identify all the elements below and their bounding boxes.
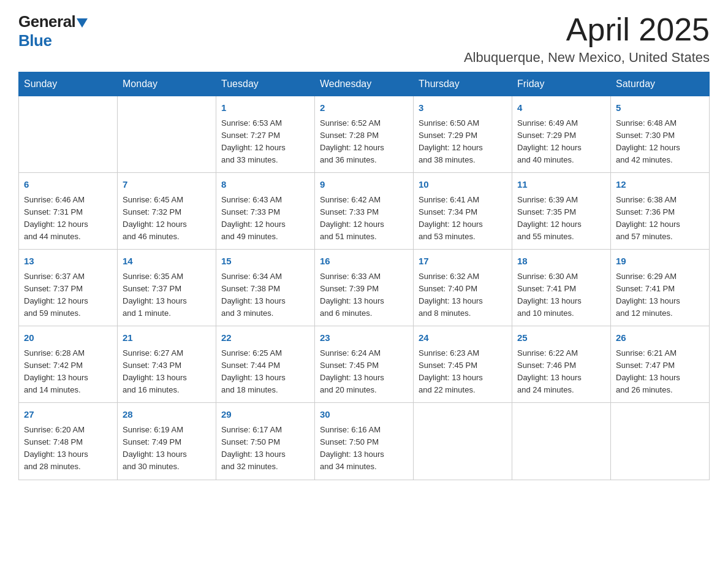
day-number: 9 xyxy=(320,178,408,192)
day-number: 17 xyxy=(419,255,507,269)
day-info: Sunrise: 6:37 AM Sunset: 7:37 PM Dayligh… xyxy=(24,270,112,320)
day-info: Sunrise: 6:52 AM Sunset: 7:28 PM Dayligh… xyxy=(320,117,408,167)
day-info: Sunrise: 6:46 AM Sunset: 7:31 PM Dayligh… xyxy=(24,194,112,243)
column-header-thursday: Thursday xyxy=(414,72,512,96)
column-header-sunday: Sunday xyxy=(19,72,118,96)
calendar-cell: 26Sunrise: 6:21 AM Sunset: 7:47 PM Dayli… xyxy=(611,326,710,403)
week-row-5: 27Sunrise: 6:20 AM Sunset: 7:48 PM Dayli… xyxy=(19,403,710,480)
day-info: Sunrise: 6:34 AM Sunset: 7:38 PM Dayligh… xyxy=(221,270,309,320)
day-number: 13 xyxy=(24,255,112,269)
day-info: Sunrise: 6:42 AM Sunset: 7:33 PM Dayligh… xyxy=(320,194,408,243)
calendar-cell: 5Sunrise: 6:48 AM Sunset: 7:30 PM Daylig… xyxy=(611,96,710,173)
day-number: 7 xyxy=(123,178,211,192)
page-header: General Blue April 2025 Albuquerque, New… xyxy=(18,12,710,66)
day-info: Sunrise: 6:45 AM Sunset: 7:32 PM Dayligh… xyxy=(123,194,211,243)
day-number: 5 xyxy=(616,101,704,115)
calendar-cell: 7Sunrise: 6:45 AM Sunset: 7:32 PM Daylig… xyxy=(118,173,216,250)
calendar-cell: 27Sunrise: 6:20 AM Sunset: 7:48 PM Dayli… xyxy=(19,403,118,480)
day-number: 15 xyxy=(221,255,309,269)
week-row-2: 6Sunrise: 6:46 AM Sunset: 7:31 PM Daylig… xyxy=(19,173,710,250)
day-number: 28 xyxy=(123,408,211,422)
column-header-wednesday: Wednesday xyxy=(315,72,414,96)
calendar-cell: 25Sunrise: 6:22 AM Sunset: 7:46 PM Dayli… xyxy=(512,326,611,403)
day-info: Sunrise: 6:50 AM Sunset: 7:29 PM Dayligh… xyxy=(419,117,507,167)
calendar-cell xyxy=(611,403,710,480)
calendar-cell: 10Sunrise: 6:41 AM Sunset: 7:34 PM Dayli… xyxy=(414,173,512,250)
day-number: 20 xyxy=(24,331,112,345)
day-info: Sunrise: 6:48 AM Sunset: 7:30 PM Dayligh… xyxy=(616,117,704,167)
day-info: Sunrise: 6:38 AM Sunset: 7:36 PM Dayligh… xyxy=(616,194,704,243)
day-number: 6 xyxy=(24,178,112,192)
day-info: Sunrise: 6:43 AM Sunset: 7:33 PM Dayligh… xyxy=(221,194,309,243)
location-subtitle: Albuquerque, New Mexico, United States xyxy=(464,50,710,66)
calendar-cell: 4Sunrise: 6:49 AM Sunset: 7:29 PM Daylig… xyxy=(512,96,611,173)
calendar-cell: 14Sunrise: 6:35 AM Sunset: 7:37 PM Dayli… xyxy=(118,250,216,326)
day-info: Sunrise: 6:16 AM Sunset: 7:50 PM Dayligh… xyxy=(320,424,408,473)
calendar-cell xyxy=(414,403,512,480)
title-area: April 2025 Albuquerque, New Mexico, Unit… xyxy=(464,12,710,66)
day-number: 26 xyxy=(616,331,704,345)
day-info: Sunrise: 6:39 AM Sunset: 7:35 PM Dayligh… xyxy=(517,194,605,243)
calendar-cell xyxy=(19,96,118,173)
calendar-cell: 12Sunrise: 6:38 AM Sunset: 7:36 PM Dayli… xyxy=(611,173,710,250)
calendar-cell: 20Sunrise: 6:28 AM Sunset: 7:42 PM Dayli… xyxy=(19,326,118,403)
day-number: 19 xyxy=(616,255,704,269)
day-number: 11 xyxy=(517,178,605,192)
calendar-cell: 1Sunrise: 6:53 AM Sunset: 7:27 PM Daylig… xyxy=(216,96,315,173)
column-header-friday: Friday xyxy=(512,72,611,96)
calendar-table: SundayMondayTuesdayWednesdayThursdayFrid… xyxy=(18,72,710,480)
day-number: 14 xyxy=(123,255,211,269)
day-number: 8 xyxy=(221,178,309,192)
calendar-cell: 6Sunrise: 6:46 AM Sunset: 7:31 PM Daylig… xyxy=(19,173,118,250)
column-header-tuesday: Tuesday xyxy=(216,72,315,96)
calendar-cell: 19Sunrise: 6:29 AM Sunset: 7:41 PM Dayli… xyxy=(611,250,710,326)
calendar-cell: 9Sunrise: 6:42 AM Sunset: 7:33 PM Daylig… xyxy=(315,173,414,250)
day-info: Sunrise: 6:53 AM Sunset: 7:27 PM Dayligh… xyxy=(221,117,309,167)
week-row-1: 1Sunrise: 6:53 AM Sunset: 7:27 PM Daylig… xyxy=(19,96,710,173)
calendar-cell: 24Sunrise: 6:23 AM Sunset: 7:45 PM Dayli… xyxy=(414,326,512,403)
calendar-cell: 30Sunrise: 6:16 AM Sunset: 7:50 PM Dayli… xyxy=(315,403,414,480)
month-year-title: April 2025 xyxy=(464,12,710,47)
calendar-cell: 28Sunrise: 6:19 AM Sunset: 7:49 PM Dayli… xyxy=(118,403,216,480)
calendar-header: SundayMondayTuesdayWednesdayThursdayFrid… xyxy=(19,72,710,96)
day-info: Sunrise: 6:25 AM Sunset: 7:44 PM Dayligh… xyxy=(221,347,309,397)
calendar-cell: 2Sunrise: 6:52 AM Sunset: 7:28 PM Daylig… xyxy=(315,96,414,173)
calendar-cell: 22Sunrise: 6:25 AM Sunset: 7:44 PM Dayli… xyxy=(216,326,315,403)
calendar-cell: 13Sunrise: 6:37 AM Sunset: 7:37 PM Dayli… xyxy=(19,250,118,326)
calendar-cell: 23Sunrise: 6:24 AM Sunset: 7:45 PM Dayli… xyxy=(315,326,414,403)
calendar-cell: 17Sunrise: 6:32 AM Sunset: 7:40 PM Dayli… xyxy=(414,250,512,326)
header-row: SundayMondayTuesdayWednesdayThursdayFrid… xyxy=(19,72,710,96)
day-number: 4 xyxy=(517,101,605,115)
day-info: Sunrise: 6:20 AM Sunset: 7:48 PM Dayligh… xyxy=(24,424,112,473)
logo-text-general: General xyxy=(18,12,75,31)
day-number: 30 xyxy=(320,408,408,422)
day-number: 18 xyxy=(517,255,605,269)
day-number: 23 xyxy=(320,331,408,345)
day-info: Sunrise: 6:17 AM Sunset: 7:50 PM Dayligh… xyxy=(221,424,309,473)
day-info: Sunrise: 6:27 AM Sunset: 7:43 PM Dayligh… xyxy=(123,347,211,397)
calendar-cell: 16Sunrise: 6:33 AM Sunset: 7:39 PM Dayli… xyxy=(315,250,414,326)
day-info: Sunrise: 6:29 AM Sunset: 7:41 PM Dayligh… xyxy=(616,270,704,320)
calendar-cell: 3Sunrise: 6:50 AM Sunset: 7:29 PM Daylig… xyxy=(414,96,512,173)
calendar-cell: 18Sunrise: 6:30 AM Sunset: 7:41 PM Dayli… xyxy=(512,250,611,326)
day-info: Sunrise: 6:49 AM Sunset: 7:29 PM Dayligh… xyxy=(517,117,605,167)
day-info: Sunrise: 6:33 AM Sunset: 7:39 PM Dayligh… xyxy=(320,270,408,320)
week-row-3: 13Sunrise: 6:37 AM Sunset: 7:37 PM Dayli… xyxy=(19,250,710,326)
day-number: 21 xyxy=(123,331,211,345)
calendar-cell: 29Sunrise: 6:17 AM Sunset: 7:50 PM Dayli… xyxy=(216,403,315,480)
day-number: 2 xyxy=(320,101,408,115)
logo-text-blue: Blue xyxy=(18,31,51,50)
day-info: Sunrise: 6:28 AM Sunset: 7:42 PM Dayligh… xyxy=(24,347,112,397)
day-info: Sunrise: 6:32 AM Sunset: 7:40 PM Dayligh… xyxy=(419,270,507,320)
logo-triangle-icon xyxy=(77,18,88,28)
calendar-cell: 15Sunrise: 6:34 AM Sunset: 7:38 PM Dayli… xyxy=(216,250,315,326)
day-number: 12 xyxy=(616,178,704,192)
logo: General Blue xyxy=(18,12,88,50)
day-number: 3 xyxy=(419,101,507,115)
day-number: 10 xyxy=(419,178,507,192)
day-info: Sunrise: 6:22 AM Sunset: 7:46 PM Dayligh… xyxy=(517,347,605,397)
day-number: 24 xyxy=(419,331,507,345)
calendar-cell: 21Sunrise: 6:27 AM Sunset: 7:43 PM Dayli… xyxy=(118,326,216,403)
day-number: 16 xyxy=(320,255,408,269)
day-number: 22 xyxy=(221,331,309,345)
